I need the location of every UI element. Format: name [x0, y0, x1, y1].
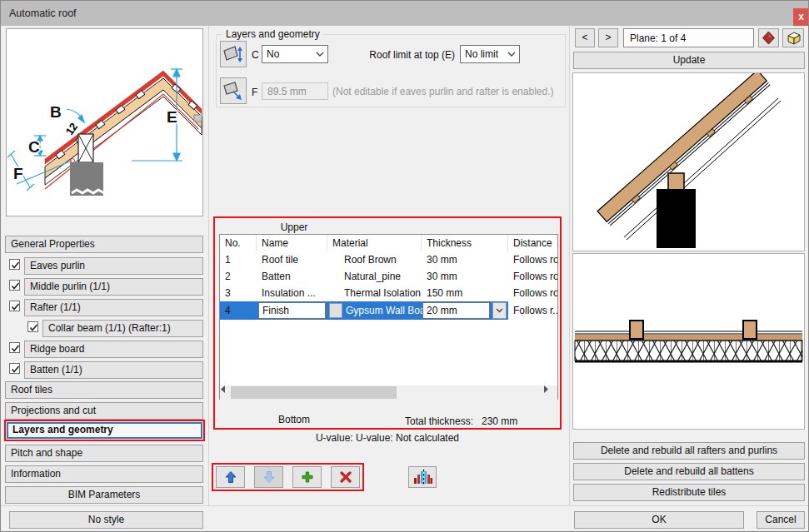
checkbox-middle-purlin[interactable] — [9, 280, 20, 291]
checkbox-eaves-purlin[interactable] — [9, 259, 20, 270]
checkbox-collar-beam[interactable] — [27, 321, 38, 332]
tab-information[interactable]: Information — [5, 465, 203, 483]
cell-distance: Follows roof e — [508, 268, 557, 285]
col-header-no[interactable]: No. — [220, 235, 257, 251]
sidebar-item-batten[interactable]: Batten (1/1) — [24, 361, 203, 379]
close-button[interactable]: x — [793, 8, 809, 26]
roof-section-diagram: B C E F 12 — [6, 28, 203, 216]
style-cube-button[interactable] — [782, 28, 804, 47]
down-arrow-icon — [262, 470, 276, 484]
move-layer-down-button[interactable] — [254, 466, 283, 488]
col-header-material[interactable]: Material — [327, 235, 422, 251]
panel-divider-left — [208, 26, 209, 505]
thickness-edit-field[interactable]: 20 mm — [422, 302, 490, 319]
add-layer-button[interactable] — [292, 466, 322, 488]
chevron-down-icon — [507, 52, 516, 57]
plus-icon — [301, 470, 314, 484]
check-icon — [12, 346, 19, 351]
table-row[interactable]: 3 Insulation ... Thermal Isolation 150 m… — [220, 285, 557, 301]
table-row-selected[interactable]: 4 Finish Gypsum Wall Board 20 mm Follows… — [220, 301, 557, 320]
scroll-right-arrow[interactable] — [543, 385, 557, 400]
roof-limit-value: No limit — [465, 48, 498, 60]
cell-thickness: 30 mm — [422, 251, 508, 268]
tab-roof-tiles[interactable]: Roof tiles — [5, 381, 203, 399]
chevron-down-icon — [496, 308, 503, 313]
sidebar-item-collar-beam[interactable]: Collar beam (1/1) (Rafter:1) — [42, 320, 203, 337]
checkbox-ridge-board[interactable] — [9, 342, 20, 353]
cell-name-edit-wrap: Finish — [257, 301, 327, 320]
dim-label-b: B — [50, 103, 62, 121]
close-icon: x — [798, 11, 804, 22]
title-bar: Automatic roof x — [1, 1, 808, 26]
col-header-thickness[interactable]: Thickness — [422, 235, 508, 251]
scrollbar-thumb[interactable] — [231, 386, 397, 399]
bim-parameters-button[interactable]: BIM Parameters — [5, 486, 203, 504]
x-mark-icon — [339, 470, 352, 484]
layer-parallelogram-vertical-icon — [222, 44, 244, 64]
plane-indicator: Plane: 1 of 4 — [623, 28, 754, 47]
u-value-calculation-button[interactable] — [408, 466, 437, 488]
check-icon — [12, 262, 19, 268]
cell-no: 2 — [220, 268, 257, 285]
move-layer-up-button[interactable] — [216, 466, 245, 488]
tab-layers-and-geometry[interactable]: Layers and geometry — [7, 422, 202, 439]
layer-thickness-f-button[interactable] — [220, 77, 247, 104]
next-plane-button[interactable]: > — [598, 28, 618, 47]
panel-divider-right — [569, 26, 570, 505]
layer-parallelogram-diagonal-icon — [222, 81, 244, 101]
total-thickness-label: Total thickness: — [405, 415, 473, 427]
col-header-distance[interactable]: Distance — [508, 235, 557, 251]
check-icon — [31, 325, 37, 331]
ok-button[interactable]: OK — [574, 511, 744, 529]
redistribute-tiles-button[interactable]: Redistribute tiles — [573, 484, 805, 501]
bottom-label: Bottom — [252, 414, 336, 425]
cell-name: Roof tile — [257, 251, 327, 268]
layer-thickness-c-button[interactable] — [220, 41, 247, 67]
delete-layer-button[interactable] — [331, 466, 360, 488]
cell-material: Thermal Isolation — [327, 285, 422, 301]
layers-table-section: Upper No. Name Material Thickness Distan… — [213, 216, 562, 430]
cell-distance: Follows roof e — [508, 251, 557, 268]
table-row[interactable]: 2 Batten Natural_pine 30 mm Follows roof… — [220, 268, 557, 285]
table-row[interactable]: 1 Roof tile Roof Brown 30 mm Follows roo… — [220, 251, 557, 268]
cell-distance-combo[interactable]: Follows r... — [508, 301, 557, 320]
previous-plane-button[interactable]: < — [575, 28, 595, 47]
up-arrow-icon — [224, 470, 237, 484]
cancel-button[interactable]: Cancel — [757, 511, 805, 529]
tab-projections-and-cut[interactable]: Projections and cut — [5, 402, 203, 420]
c-dropdown-value: No — [267, 48, 279, 60]
sidebar-item-eaves-purlin[interactable]: Eaves purlin — [24, 257, 203, 275]
thickness-dropdown-button[interactable] — [492, 302, 507, 319]
rebuild-rafters-purlins-button[interactable]: Delete and rebuild all rafters and purli… — [573, 442, 805, 460]
cell-distance: Follows roof e — [508, 285, 557, 301]
tab-layers-and-geometry-highlight: Layers and geometry — [4, 420, 205, 441]
table-horizontal-scrollbar[interactable] — [220, 385, 557, 400]
table-header: No. Name Material Thickness Distance — [220, 235, 557, 251]
checkbox-batten[interactable] — [9, 363, 20, 374]
general-properties-header[interactable]: General Properties — [5, 236, 203, 253]
c-dropdown[interactable]: No — [262, 45, 328, 63]
f-value-field: 89.5 mm — [262, 82, 328, 100]
material-picker-button[interactable] — [329, 303, 342, 318]
rebuild-battens-button[interactable]: Delete and rebuild all battens — [573, 463, 805, 480]
tab-pitch-and-shape[interactable]: Pitch and shape — [5, 445, 203, 462]
col-header-name[interactable]: Name — [257, 235, 327, 251]
name-edit-field[interactable]: Finish — [258, 302, 326, 319]
cell-no: 3 — [220, 285, 257, 301]
cell-material: Roof Brown — [327, 251, 422, 268]
sidebar-item-middle-purlin[interactable]: Middle purlin (1/1) — [24, 278, 203, 296]
preview-rafter-section — [572, 72, 805, 251]
roof-limit-dropdown[interactable]: No limit — [460, 45, 520, 63]
checkbox-rafter[interactable] — [9, 301, 20, 311]
right-triangle-icon — [543, 385, 549, 393]
clear-plane-button[interactable] — [758, 28, 779, 47]
update-button[interactable]: Update — [573, 52, 805, 69]
page-title: Automatic roof — [9, 7, 77, 19]
sidebar-item-ridge-board[interactable]: Ridge board — [24, 341, 203, 358]
f-field-note: (Not editable if eaves purlin and rafter… — [332, 86, 553, 97]
cell-thickness-edit-wrap: 20 mm — [422, 301, 508, 320]
sidebar-item-rafter[interactable]: Rafter (1/1) — [24, 299, 203, 316]
upper-label: Upper — [252, 221, 336, 233]
layers-table: No. Name Material Thickness Distance 1 R… — [219, 234, 558, 400]
no-style-button[interactable]: No style — [9, 511, 203, 529]
